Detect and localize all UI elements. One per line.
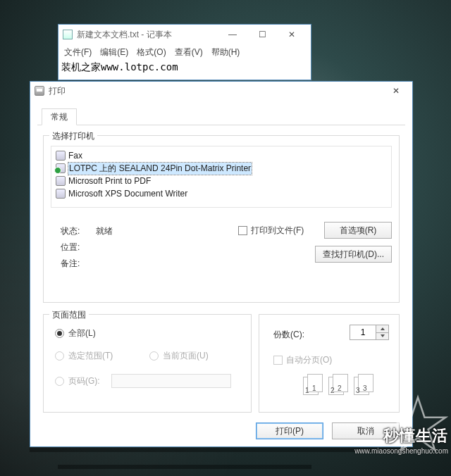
status-label: 状态: — [61, 225, 80, 237]
pages-input — [111, 374, 231, 388]
dialog-titlebar[interactable]: 打印 ✕ — [30, 82, 412, 100]
print-dialog: 打印 ✕ 常规 选择打印机 Fax LOTPC 上的 SEALAND 24Pin… — [30, 81, 413, 447]
menu-format[interactable]: 格式(O) — [137, 46, 166, 58]
menu-file[interactable]: 文件(F) — [64, 46, 92, 58]
checkbox-icon — [238, 226, 247, 235]
notepad-content[interactable]: 装机之家www.lotpc.com — [58, 60, 311, 75]
printer-item-fax[interactable]: Fax — [56, 149, 387, 162]
preferences-button[interactable]: 首选项(R) — [324, 222, 392, 239]
printer-item-label: Microsoft Print to PDF — [68, 176, 151, 186]
spin-up-button[interactable] — [376, 325, 388, 333]
chevron-down-icon — [381, 334, 385, 337]
collate-illustration: 11 22 33 — [303, 374, 375, 395]
remark-label: 备注: — [61, 258, 80, 270]
tab-general[interactable]: 常规 — [42, 108, 77, 125]
radio-selection: 选定范围(T) — [55, 350, 113, 362]
print-button[interactable]: 打印(P) — [256, 422, 323, 439]
watermark-text-cn: 秒懂生活 — [383, 425, 448, 446]
printer-icon — [35, 86, 44, 96]
menu-edit[interactable]: 编辑(E) — [100, 46, 128, 58]
printer-item-label: LOTPC 上的 SEALAND 24Pin Dot-Matrix Printe… — [68, 163, 252, 175]
radio-label: 选定范围(T) — [68, 350, 113, 362]
radio-pages: 页码(G): — [55, 375, 100, 387]
radio-all[interactable]: 全部(L) — [55, 327, 96, 339]
checkbox-icon — [273, 356, 283, 365]
checkbox-print-to-file[interactable]: 打印到文件(F) — [238, 225, 304, 237]
dialog-title: 打印 — [49, 85, 384, 97]
notepad-icon — [63, 30, 73, 39]
button-label: 首选项(R) — [340, 225, 377, 237]
radio-icon — [55, 329, 64, 338]
tab-bar: 常规 — [37, 107, 405, 125]
printer-item-label: Microsoft XPS Document Writer — [68, 189, 187, 199]
dialog-footer: 打印(P) 取消 — [30, 415, 412, 446]
group-page-range-label: 页面范围 — [49, 309, 89, 321]
radio-label: 当前页面(U) — [163, 350, 209, 362]
printer-item-icon — [56, 163, 66, 173]
location-label: 位置: — [61, 242, 80, 253]
printer-item-label: Fax — [68, 151, 82, 161]
checkbox-label: 打印到文件(F) — [251, 225, 304, 237]
notepad-window: 新建文本文档.txt - 记事本 — ☐ ✕ 文件(F) 编辑(E) 格式(O)… — [58, 24, 311, 80]
radio-icon — [55, 351, 64, 361]
watermark-text-en: www.miaosongshenghuo.com — [354, 447, 448, 455]
radio-label: 全部(L) — [68, 327, 96, 339]
minimize-button[interactable]: — — [218, 25, 247, 44]
radio-current-page: 当前页面(U) — [149, 350, 209, 362]
button-label: 取消 — [357, 425, 374, 437]
button-label: 打印(P) — [276, 425, 304, 437]
printer-item-network-selected[interactable]: LOTPC 上的 SEALAND 24Pin Dot-Matrix Printe… — [56, 162, 387, 175]
group-copies: 份数(C): 自动分页(O) 11 22 33 — [259, 314, 400, 413]
printer-item-icon — [56, 151, 66, 161]
printer-item-pdf[interactable]: Microsoft Print to PDF — [56, 175, 387, 187]
menu-help[interactable]: 帮助(H) — [211, 46, 240, 58]
group-select-printer-label: 选择打印机 — [49, 130, 97, 142]
printer-item-icon — [56, 189, 66, 199]
copies-spinner[interactable] — [350, 325, 389, 340]
notepad-shadow — [58, 465, 311, 469]
menu-view[interactable]: 查看(V) — [175, 46, 203, 58]
radio-label: 页码(G): — [68, 375, 100, 387]
find-printer-button[interactable]: 查找打印机(D)... — [315, 246, 392, 263]
checkbox-collate: 自动分页(O) — [273, 354, 332, 366]
notepad-title-text: 新建文本文档.txt - 记事本 — [77, 29, 218, 41]
chevron-up-icon — [381, 327, 385, 330]
status-value: 就绪 — [96, 225, 113, 237]
checkbox-label: 自动分页(O) — [286, 354, 332, 366]
printer-list[interactable]: Fax LOTPC 上的 SEALAND 24Pin Dot-Matrix Pr… — [51, 146, 392, 208]
button-label: 查找打印机(D)... — [323, 249, 384, 261]
radio-icon — [55, 377, 64, 386]
printer-item-icon — [56, 176, 66, 186]
maximize-button[interactable]: ☐ — [247, 25, 277, 44]
copies-label: 份数(C): — [273, 329, 304, 341]
dialog-close-button[interactable]: ✕ — [384, 82, 408, 99]
notepad-menubar: 文件(F) 编辑(E) 格式(O) 查看(V) 帮助(H) — [58, 44, 311, 60]
notepad-titlebar[interactable]: 新建文本文档.txt - 记事本 — ☐ ✕ — [58, 25, 311, 44]
close-button[interactable]: ✕ — [277, 25, 307, 44]
copies-input[interactable] — [350, 325, 376, 339]
radio-icon — [149, 351, 159, 361]
group-select-printer: 选择打印机 Fax LOTPC 上的 SEALAND 24Pin Dot-Mat… — [43, 135, 400, 303]
printer-item-xps[interactable]: Microsoft XPS Document Writer — [56, 187, 387, 200]
spin-down-button[interactable] — [376, 333, 388, 340]
group-page-range: 页面范围 全部(L) 选定范围(T) 当前页面(U) 页码(G): — [43, 314, 252, 413]
